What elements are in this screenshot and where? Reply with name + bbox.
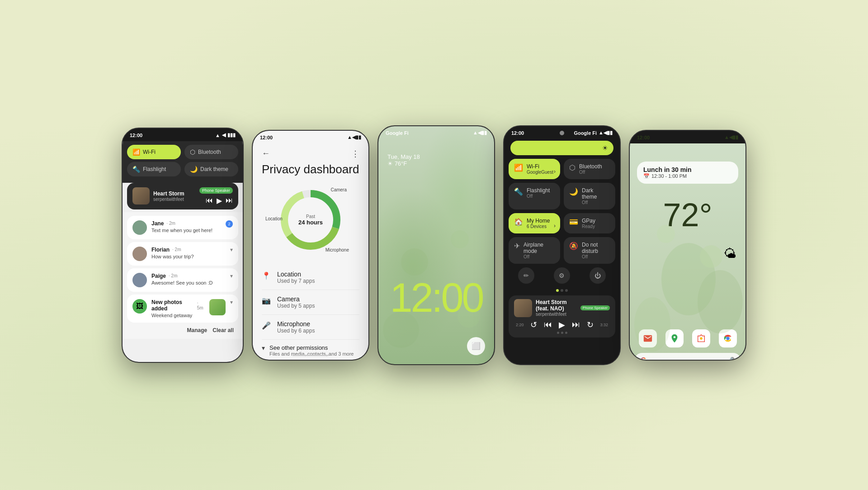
qs-prev-btn[interactable]: ⏮ (544, 320, 552, 329)
phone-3-screen: Google Fi ▲◀▮▮ Tue, May 18 ☀ 76°F 12:00 … (378, 126, 494, 364)
qs-time-start: 2:20 (516, 323, 524, 327)
qs-music-controls: 2:20 ↺ ⏮ ▶ ⏭ ↻ 3:32 (514, 320, 610, 330)
qs-flashlight-icon: 🔦 (514, 187, 523, 196)
qs-flashlight-tile[interactable]: 🔦 Flashlight Off (509, 183, 560, 209)
prev-button-1[interactable]: ⏮ (206, 196, 213, 205)
notif-content-florian: Florian · 2m How was your trip? (151, 247, 226, 259)
music-dot-1 (557, 332, 559, 334)
gmail-icon[interactable] (639, 329, 657, 347)
music-card-1[interactable]: Heart Storm serpentwithfeet Phone Speake… (127, 183, 238, 209)
perm-microphone[interactable]: 🎤 Microphone Used by 6 apps (262, 315, 359, 340)
qs-dnd-tile[interactable]: 🔕 Do not disturb Off (564, 237, 615, 264)
status-icons-4: Google Fi ▲◀▮▮ (574, 130, 613, 136)
settings-button[interactable]: ⚙ (554, 267, 570, 284)
perm-location[interactable]: 📍 Location Used by 7 apps (262, 265, 359, 290)
more-button[interactable]: ⋮ (351, 149, 359, 159)
qs-home-tile[interactable]: 🏠 My Home 6 Devices › (509, 213, 560, 233)
qs-bluetooth-icon: ⬡ (569, 163, 576, 172)
notif-actions: Manage Clear all (127, 325, 238, 335)
wifi-tile[interactable]: 📶 Wi-Fi (127, 145, 181, 159)
perm-camera[interactable]: 📷 Camera Used by 5 apps (262, 290, 359, 315)
calendar-icon: 📅 (643, 173, 650, 179)
brightness-slider[interactable]: ☀ (510, 141, 613, 155)
bluetooth-tile[interactable]: ⬡ Bluetooth (184, 145, 238, 159)
qs-wifi-tile[interactable]: 📶 Wi-Fi GoogleGuest › (509, 159, 560, 179)
avatar-photos: 🖼 (132, 299, 147, 314)
notif-content-paige: Paige · 2m Awesome! See you soon :D (151, 273, 226, 285)
home-clock: 72° (630, 196, 745, 233)
qs-gpay-tile[interactable]: 💳 GPay Ready (564, 213, 615, 233)
perm-mic-detail: Used by 6 apps (277, 328, 315, 334)
notif-name-paige: Paige (151, 273, 166, 279)
qs-airplane-name: Airplane mode (524, 242, 555, 254)
search-bar[interactable]: G 🎤 (634, 353, 741, 361)
qs-music-info: Heart Storm (feat. NAO) serpentwithfeet (536, 299, 577, 317)
flashlight-label: Flashlight (143, 166, 166, 172)
qs-replay-btn[interactable]: ↺ (530, 320, 537, 330)
mic-icon[interactable]: 🎤 (726, 357, 735, 361)
photos-icon[interactable] (692, 329, 710, 347)
status-time-4: 12:00 (511, 130, 524, 136)
qs-next-btn[interactable]: ⏭ (572, 320, 580, 329)
maps-icon[interactable] (665, 329, 684, 347)
qs-music-card[interactable]: Heart Storm (feat. NAO) serpentwithfeet … (509, 295, 615, 338)
wallpaper-date: Tue, May 18 ☀ 76°F (387, 153, 420, 167)
clear-all-button[interactable]: Clear all (212, 327, 234, 333)
manage-button[interactable]: Manage (187, 327, 208, 333)
music-controls-1: ⏮ ▶ ⏭ (206, 196, 233, 205)
perm-camera-detail: Used by 5 apps (277, 303, 315, 309)
qs-play-btn[interactable]: ▶ (559, 320, 565, 330)
qs-dnd-sub: Off (582, 254, 610, 259)
qs-wifi-arrow: › (554, 168, 556, 175)
back-button[interactable]: ← (262, 149, 270, 158)
qs-loop-btn[interactable]: ↻ (587, 320, 594, 330)
dark-theme-label: Dark theme (200, 166, 228, 172)
bluetooth-label: Bluetooth (198, 149, 221, 155)
edit-button[interactable]: ✏ (518, 267, 534, 284)
sun-icon: 🌤 (724, 246, 736, 261)
quick-tiles-panel: 📶 Wi-Fi ⬡ Bluetooth 🔦 Flashlight 🌙 (123, 141, 243, 183)
perm-camera-info: Camera Used by 5 apps (277, 295, 315, 309)
perm-location-name: Location (277, 271, 315, 278)
notif-item-photos[interactable]: 🖼 New photos added · 5m Weekend getaway … (127, 295, 238, 323)
status-icons-5: ▲◀▮▮ (724, 134, 738, 140)
dashboard-header: ← ⋮ (262, 143, 359, 162)
notifications-panel: Jane · 2m Text me when you get here! 2 F… (123, 212, 243, 339)
notif-time-florian: · 2m (172, 247, 181, 252)
qs-time-end: 3:32 (600, 323, 608, 327)
multitask-fab[interactable]: ⬜ (467, 337, 485, 355)
qs-bluetooth-tile[interactable]: ⬡ Bluetooth Off (564, 159, 615, 179)
notif-item-paige[interactable]: Paige · 2m Awesome! See you soon :D ▾ (127, 268, 238, 292)
svg-point-5 (451, 230, 469, 248)
wallpaper-clock: 12:00 (390, 280, 482, 316)
flashlight-tile[interactable]: 🔦 Flashlight (127, 162, 181, 176)
qs-darktheme-tile[interactable]: 🌙 Dark theme Off (564, 183, 615, 209)
carrier-3: Google Fi (386, 130, 409, 136)
qs-darktheme-sub: Off (582, 200, 610, 205)
bluetooth-icon: ⬡ (190, 148, 195, 156)
qs-airplane-tile[interactable]: ✈ Airplane mode Off (509, 237, 560, 264)
camera-icon: 📷 (262, 296, 271, 305)
notif-text-jane: Text me when you get here! (151, 228, 221, 233)
qs-gpay-icon: 💳 (569, 218, 578, 226)
notif-text-photos: Weekend getaway (151, 313, 205, 318)
tile-row-2: 🔦 Flashlight 🌙 Dark theme (127, 162, 238, 176)
qs-bottom-controls: ✏ ⚙ ⏻ (504, 264, 620, 287)
qs-home-arrow: › (554, 223, 556, 229)
chrome-icon[interactable] (719, 329, 737, 347)
notif-content-photos: New photos added · 5m Weekend getaway (151, 299, 205, 318)
next-button-1[interactable]: ⏭ (226, 196, 233, 205)
play-button-1[interactable]: ▶ (217, 196, 222, 205)
phone-quick-settings: 12:00 Google Fi ▲◀▮▮ ☀ 📶 Wi-Fi GoogleGue… (503, 125, 621, 365)
power-button[interactable]: ⏻ (590, 267, 606, 284)
phone-clock: Google Fi ▲◀▮▮ Tue, May 18 ☀ 76°F 12:00 … (377, 125, 495, 365)
notif-item-jane[interactable]: Jane · 2m Text me when you get here! 2 (127, 216, 238, 239)
notif-item-florian[interactable]: Florian · 2m How was your trip? ▾ (127, 242, 238, 266)
phone-5-screen: Lunch in 30 min 📅 12:30 - 1:00 PM 72° 🌤 (630, 143, 745, 361)
location-icon: 📍 (262, 271, 271, 280)
dark-theme-tile[interactable]: 🌙 Dark theme (184, 162, 238, 176)
calendar-widget[interactable]: Lunch in 30 min 📅 12:30 - 1:00 PM (637, 162, 738, 184)
see-more-permissions[interactable]: ▾ See other permissions Files and media,… (262, 340, 359, 361)
widget-time: 📅 12:30 - 1:00 PM (643, 173, 732, 179)
dot-3 (565, 289, 568, 292)
